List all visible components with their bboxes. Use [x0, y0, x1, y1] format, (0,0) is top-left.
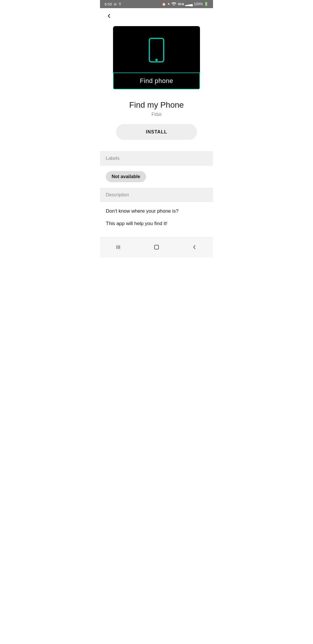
- app-icon-area: [113, 26, 200, 73]
- status-right: ⏰ ✦ 4G⇅ ▂▃▄ 100% 🔋: [162, 2, 208, 7]
- alarm-icon: ⏰: [162, 2, 166, 6]
- battery-display: 100%: [194, 2, 203, 6]
- install-button[interactable]: INSTALL: [116, 124, 197, 140]
- description-line-2: This app will help you find it!: [106, 220, 207, 227]
- time-display: 6:50: [105, 2, 112, 6]
- bottom-nav: [100, 237, 213, 258]
- app-preview-card: Find phone: [113, 26, 200, 89]
- find-phone-label[interactable]: Find phone: [113, 73, 200, 89]
- back-nav-button[interactable]: [185, 241, 203, 253]
- svg-rect-1: [152, 41, 161, 58]
- back-button[interactable]: [100, 8, 213, 23]
- svg-rect-6: [154, 245, 159, 249]
- phone-icon: [145, 38, 168, 64]
- lte-icon: 4G⇅: [178, 3, 184, 6]
- signal-icon: ▂▃▄: [185, 2, 193, 6]
- battery-icon: 🔋: [204, 2, 208, 6]
- description-title: Description: [106, 192, 129, 197]
- description-line-1: Don't know where your phone is?: [106, 207, 207, 215]
- app-title: Find my Phone: [106, 100, 207, 110]
- wifi-icon: [171, 2, 176, 7]
- svg-rect-0: [149, 38, 164, 62]
- labels-title: Labels: [106, 156, 119, 161]
- labels-section: Not available: [100, 165, 213, 188]
- status-left: 6:50 ⊖ ⠿: [105, 2, 121, 6]
- dots-icon: ⠿: [119, 2, 121, 6]
- home-button[interactable]: [148, 241, 165, 253]
- dnd-icon: ⊖: [114, 2, 117, 6]
- bluetooth-icon: ✦: [167, 2, 170, 6]
- not-available-badge: Not available: [106, 171, 146, 182]
- app-info: Find my Phone Fitbit INSTALL: [100, 92, 213, 151]
- recent-apps-icon: [116, 244, 122, 250]
- back-nav-icon: [191, 244, 197, 250]
- description-section-header: Description: [100, 188, 213, 202]
- labels-section-header: Labels: [100, 151, 213, 165]
- home-icon: [153, 244, 160, 250]
- description-section: Don't know where your phone is? This app…: [100, 202, 213, 237]
- app-developer: Fitbit: [106, 112, 207, 117]
- recent-apps-button[interactable]: [110, 241, 128, 253]
- svg-point-2: [155, 59, 158, 61]
- status-bar: 6:50 ⊖ ⠿ ⏰ ✦ 4G⇅ ▂▃▄ 100% 🔋: [100, 0, 213, 8]
